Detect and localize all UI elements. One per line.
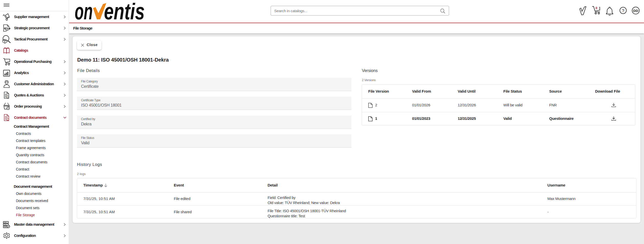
- svg-text:on: on: [75, 3, 93, 23]
- svg-text:entis: entis: [104, 3, 145, 23]
- svg-text:0: 0: [596, 6, 597, 10]
- svg-text:DD: DD: [633, 9, 638, 13]
- svg-text:§: §: [7, 119, 8, 120]
- svg-text:?: ?: [622, 8, 624, 13]
- svg-text:%: %: [7, 96, 8, 98]
